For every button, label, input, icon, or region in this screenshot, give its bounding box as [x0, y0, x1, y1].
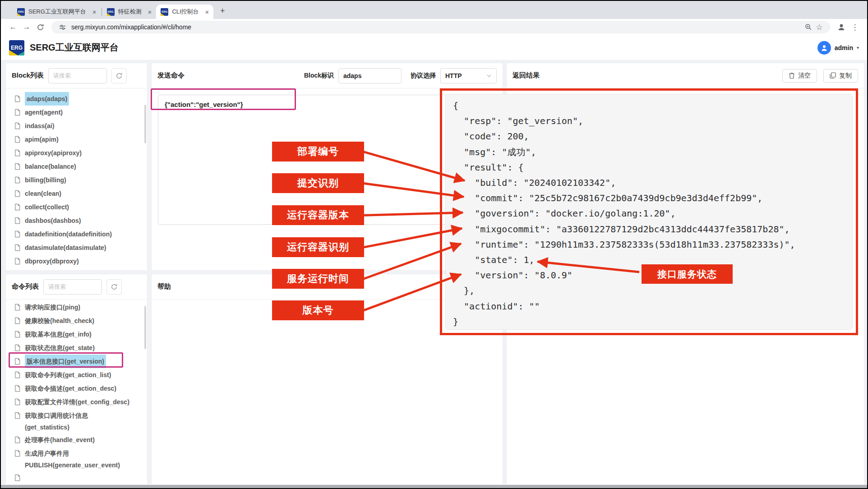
command-list-item-clipped[interactable]	[6, 471, 147, 484]
command-list-item[interactable]: 获取命令列表(get_action_list)	[6, 368, 147, 382]
block-item-label: agent(agent)	[25, 106, 63, 119]
serg-favicon: ERG	[107, 8, 115, 16]
main-content: Block列表 adaps(adaps) agent(agent)	[1, 60, 867, 488]
block-item-label: dbproxy(dbproxy)	[25, 254, 79, 268]
clear-button[interactable]: 清空	[782, 69, 817, 83]
block-item-label: apiproxy(apiproxy)	[25, 146, 82, 160]
block-id-input[interactable]	[338, 68, 402, 83]
document-icon	[14, 304, 21, 313]
block-list-item[interactable]: dashbos(dashbos)	[6, 214, 147, 227]
document-icon	[14, 385, 21, 394]
send-command-title: 发送命令	[157, 71, 185, 80]
chevron-down-icon: ▾	[857, 45, 859, 50]
site-settings-icon[interactable]	[57, 22, 68, 32]
block-item-label: indass(ai)	[25, 119, 54, 133]
document-icon	[14, 258, 21, 267]
tab-title: SERG工业互联网平台	[28, 8, 86, 16]
protocol-select[interactable]: HTTP	[440, 68, 497, 83]
document-icon	[14, 190, 21, 199]
block-list-item[interactable]: billing(billing)	[6, 173, 147, 187]
block-list-item[interactable]: datasimulate(datasimulate)	[6, 241, 147, 254]
block-list-item[interactable]: indass(ai)	[6, 119, 147, 133]
command-item-label: 获取命令描述(get_action_desc)	[25, 382, 116, 395]
profile-icon[interactable]	[835, 20, 848, 34]
close-icon[interactable]: ×	[92, 8, 97, 16]
block-item-label: datasimulate(datasimulate)	[25, 241, 106, 254]
document-icon	[14, 163, 21, 172]
document-icon	[14, 203, 21, 212]
browser-menu-icon[interactable]: ⋮	[848, 20, 862, 34]
command-list-item[interactable]: 获取接口调用统计信息 (get_statistics)	[6, 409, 147, 433]
protocol-value: HTTP	[445, 72, 462, 79]
command-list-item[interactable]: 版本信息接口(get_version)	[6, 355, 147, 368]
command-item-label: 版本信息接口(get_version)	[25, 355, 106, 368]
clipped-text	[25, 471, 68, 481]
block-search-input[interactable]	[48, 68, 107, 83]
document-icon	[14, 358, 21, 367]
close-icon[interactable]: ×	[205, 8, 209, 16]
new-tab-button[interactable]: +	[216, 5, 229, 17]
address-bar[interactable]: serg.mixyun.com/mixapplication/#/cli/hom…	[51, 21, 830, 33]
command-list-item[interactable]: 获取命令描述(get_action_desc)	[6, 382, 147, 395]
block-item-label: collect(collect)	[25, 200, 69, 214]
user-menu[interactable]: admin ▾	[817, 41, 859, 55]
document-icon	[14, 122, 21, 131]
protocol-label: 协议选择	[411, 72, 436, 80]
copy-button[interactable]: 复制	[823, 69, 858, 83]
reload-icon[interactable]	[33, 20, 47, 34]
scrollbar-thumb[interactable]	[144, 306, 146, 349]
command-search-input[interactable]	[43, 279, 102, 295]
tab-feature-detect[interactable]: ERG 特征检测 ×	[102, 5, 157, 19]
close-icon[interactable]: ×	[148, 8, 152, 16]
block-list-item[interactable]: apiproxy(apiproxy)	[6, 146, 147, 160]
bookmark-star-icon[interactable]: ☆	[814, 22, 825, 32]
command-list-item[interactable]: 请求响应接口(ping)	[6, 300, 147, 314]
browser-tab-strip: ERG SERG工业互联网平台 × ERG 特征检测 × ERG CLI控制台 …	[1, 1, 867, 19]
app-logo: ERG	[9, 40, 24, 55]
command-list-item[interactable]: 处理事件(handle_event)	[6, 433, 147, 447]
block-list-item[interactable]: collect(collect)	[6, 200, 147, 214]
block-list-item[interactable]: adaps(adaps)	[6, 92, 147, 106]
block-list-item[interactable]: datadefinition(datadefinition)	[6, 227, 147, 241]
block-list-panel: Block列表 adaps(adaps) agent(agent)	[5, 63, 148, 271]
tab-serg-platform[interactable]: ERG SERG工业互联网平台 ×	[13, 5, 101, 19]
username[interactable]: admin	[835, 44, 853, 51]
browser-url-bar: ← → serg.mixyun.com/mixapplication/#/cli…	[1, 19, 867, 35]
avatar[interactable]	[817, 41, 831, 55]
block-item-label: billing(billing)	[25, 173, 66, 187]
url-text[interactable]: serg.mixyun.com/mixapplication/#/cli/hom…	[71, 23, 803, 31]
document-icon	[14, 317, 21, 326]
block-list-item[interactable]: dbproxy(dbproxy)	[6, 254, 147, 268]
command-list-item[interactable]: 获取状态信息(get_state)	[6, 341, 147, 355]
command-text: {"action":"get_version"}	[165, 101, 243, 108]
command-list-item[interactable]: 健康校验(health_check)	[6, 314, 147, 328]
zoom-icon[interactable]	[803, 22, 814, 32]
block-list-item[interactable]: clean(clean)	[6, 187, 147, 200]
bottom-strip	[1, 485, 867, 488]
back-icon[interactable]: ←	[6, 20, 20, 34]
command-item-label: 健康校验(health_check)	[25, 314, 94, 328]
block-list-title: Block列表	[12, 71, 44, 80]
forward-icon[interactable]: →	[20, 20, 33, 34]
trash-icon	[789, 72, 795, 79]
block-list-item[interactable]: apim(apim)	[6, 133, 147, 146]
command-input[interactable]: {"action":"get_version"}	[158, 95, 496, 225]
send-command-panel: 发送命令 Block标识 协议选择 HTTP {"action":"get_ve…	[151, 63, 503, 271]
block-list-item[interactable]: balance(balance)	[6, 160, 147, 173]
command-list-item[interactable]: 获取基本信息(get_info)	[6, 328, 147, 341]
refresh-icon[interactable]	[106, 279, 122, 295]
command-list-item[interactable]: 获取配置文件详情(get_config_desc)	[6, 395, 147, 409]
block-id-label: Block标识	[304, 72, 334, 80]
refresh-icon[interactable]	[111, 68, 127, 83]
tab-cli-console[interactable]: ERG CLI控制台 ×	[156, 5, 213, 19]
document-icon	[14, 344, 21, 353]
tab-title: 特征检测	[118, 8, 142, 16]
document-icon	[14, 436, 21, 445]
block-list-item[interactable]: agent(agent)	[6, 106, 147, 119]
app-header: ERG SERG工业互联网平台 admin ▾	[1, 35, 867, 60]
block-item-label: adaps(adaps)	[25, 92, 69, 106]
help-panel: 帮助	[151, 274, 503, 485]
copy-icon	[830, 72, 836, 79]
command-list-item[interactable]: 生成用户事件用 PUBLISH(generate_user_event)	[6, 447, 147, 471]
scrollbar-thumb[interactable]	[144, 105, 146, 143]
